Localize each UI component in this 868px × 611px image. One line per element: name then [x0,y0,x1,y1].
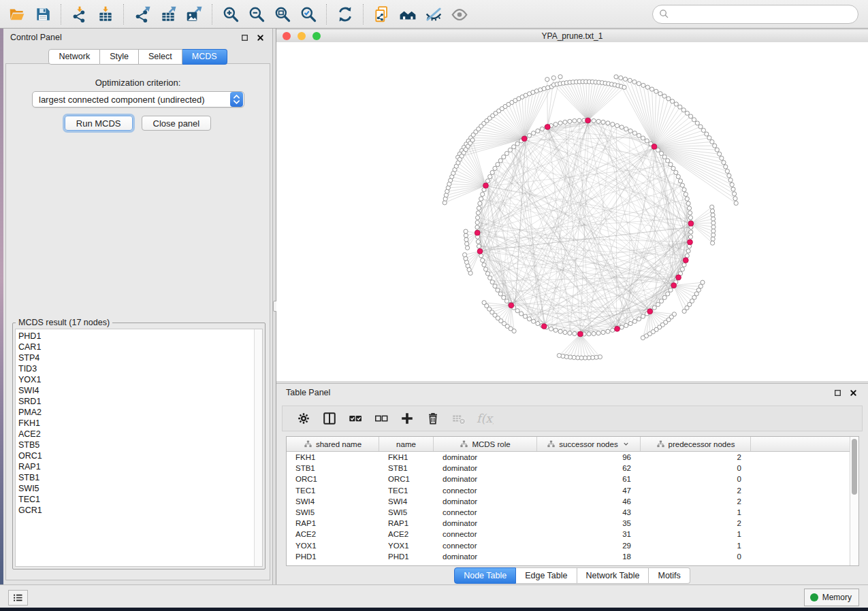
toolbar-separator [363,4,364,24]
column-header-shared-name[interactable]: shared name [287,437,379,451]
mcds-result-item[interactable]: SWI5 [18,483,254,494]
table-row[interactable]: SWI4SWI4dominator462 [287,496,850,507]
table-cell: 29 [537,542,641,550]
search-box[interactable] [652,5,858,24]
table-cell: SWI5 [287,508,379,516]
mcds-result-item[interactable]: CAR1 [18,342,254,352]
table-scrollbar-thumb[interactable] [852,439,857,495]
table-row[interactable]: ACE2ACE2connector311 [287,529,850,540]
table-cell: 96 [537,453,641,461]
mcds-result-item[interactable]: STB1 [18,472,254,483]
mcds-result-item[interactable]: FKH1 [18,418,254,429]
mcds-result-item[interactable]: YOX1 [18,374,254,385]
select-all-rows-button[interactable] [344,408,367,429]
export-image-button[interactable] [181,3,207,26]
network-graph[interactable] [276,42,868,380]
column-header-name[interactable]: name [379,437,434,451]
deselect-all-rows-button[interactable] [370,408,393,429]
tab-motifs[interactable]: Motifs [649,567,690,584]
table-cell: STB1 [379,464,434,472]
table-cell: dominator [434,464,537,472]
table-cell: ORC1 [379,475,434,483]
zoom-out-button[interactable] [244,3,270,26]
close-panel-button[interactable]: Close panel [142,116,212,131]
float-table-panel-icon[interactable] [833,388,843,398]
refresh-button[interactable] [332,3,358,26]
tab-network[interactable]: Network [48,49,100,65]
zoom-selected-button[interactable] [295,3,321,26]
tab-network-table[interactable]: Network Table [577,567,649,584]
mcds-result-item[interactable]: SWI4 [18,385,254,396]
table-cell: YOX1 [287,542,379,550]
table-row[interactable]: PHD1PHD1dominator180 [287,551,850,562]
control-panel-tabs: NetworkStyleSelectMCDS [3,49,272,65]
run-mcds-button[interactable]: Run MCDS [65,116,133,131]
open-file-button[interactable] [4,3,30,26]
table-row[interactable]: SWI5SWI5connector431 [287,507,850,518]
table-row[interactable]: YOX1YOX1connector291 [287,540,850,551]
import-table-button[interactable] [93,3,118,26]
create-column-button[interactable] [396,408,419,429]
zoom-in-button[interactable] [218,3,244,26]
table-mode-gear-button[interactable] [292,408,315,429]
close-table-panel-icon[interactable] [848,388,858,398]
mcds-result-item[interactable]: SRD1 [18,396,254,407]
mcds-tab-content: Optimization criterion: largest connecte… [5,63,270,580]
table-scrollbar[interactable] [850,437,858,565]
close-panel-icon[interactable] [255,33,266,43]
clone-network-button[interactable] [369,3,395,26]
column-header-predecessor-nodes[interactable]: predecessor nodes [641,437,751,451]
delete-column-button[interactable] [421,408,445,429]
float-panel-icon[interactable] [240,33,250,43]
network-canvas[interactable] [276,42,868,381]
mcds-result-item[interactable]: STP4 [18,352,254,363]
import-network-button[interactable] [67,3,93,26]
tab-mcds[interactable]: MCDS [182,49,227,65]
tab-edge-table[interactable]: Edge Table [516,567,577,584]
mcds-result-item[interactable]: ORC1 [18,450,254,461]
mcds-result-item[interactable]: ACE2 [18,429,254,440]
org-chart-icon [460,440,468,448]
select-stepper-icon [230,92,243,107]
toolbar-separator [61,4,62,24]
memory-button[interactable]: Memory [804,589,859,606]
tab-select[interactable]: Select [139,49,182,65]
tab-style[interactable]: Style [100,49,139,65]
memory-status-icon [810,593,818,601]
table-row[interactable]: TEC1TEC1connector472 [287,485,850,496]
show-hide-columns-button[interactable] [318,408,341,429]
table-cell: dominator [434,497,537,506]
optimization-criterion-select[interactable]: largest connected component (undirected) [32,91,244,108]
save-session-button[interactable] [30,3,56,26]
mcds-result-item[interactable]: TEC1 [18,494,254,505]
search-input[interactable] [670,9,852,20]
export-image-icon [185,5,203,23]
first-neighbors-button[interactable] [395,3,421,26]
table-row[interactable]: STB1STB1dominator620 [287,463,850,474]
table-mode-gear-icon [296,411,311,426]
mcds-result-item[interactable]: TID3 [18,363,254,374]
table-cell: 47 [537,486,641,495]
hide-selected-button[interactable] [421,3,447,26]
export-table-button[interactable] [155,3,181,26]
table-panel-tabs: Node TableEdge TableNetwork TableMotifs [276,567,868,584]
mcds-list-scrollbar[interactable] [254,329,262,566]
network-window-titlebar[interactable]: YPA_prune.txt_1 [276,30,868,43]
task-history-button[interactable] [8,590,28,606]
mcds-result-item[interactable]: PHD1 [18,331,254,342]
export-network-button[interactable] [129,3,155,26]
table-row[interactable]: RAP1RAP1dominator352 [287,518,850,529]
mcds-result-item[interactable]: STB5 [18,440,254,450]
mcds-result-item[interactable]: RAP1 [18,461,254,472]
zoom-fit-button[interactable] [270,3,295,26]
table-row[interactable]: ORC1ORC1dominator610 [287,474,850,484]
tab-node-table[interactable]: Node Table [454,567,516,584]
table-row[interactable]: FKH1FKH1dominator962 [287,452,850,463]
column-header-successor-nodes[interactable]: successor nodes [537,437,641,451]
mcds-result-list[interactable]: PHD1CAR1STP4TID3YOX1SWI4SRD1PMA2FKH1ACE2… [16,329,254,566]
column-header-MCDS-role[interactable]: MCDS role [434,437,537,451]
show-all-button[interactable] [447,3,472,26]
mcds-result-item[interactable]: GCR1 [18,505,254,516]
table-cell: connector [434,542,537,550]
mcds-result-item[interactable]: PMA2 [18,407,254,418]
